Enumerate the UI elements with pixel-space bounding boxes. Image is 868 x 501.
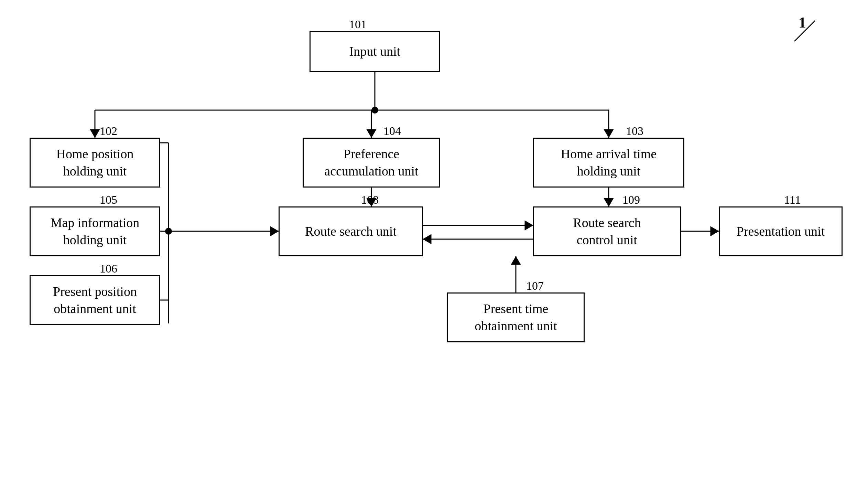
arrows-svg: [0, 0, 868, 501]
diagram: 1 Input unit 101 Home positionholding un…: [0, 0, 868, 501]
svg-marker-5: [90, 129, 100, 138]
svg-marker-8: [367, 129, 376, 138]
svg-marker-26: [423, 234, 431, 244]
svg-marker-28: [710, 226, 719, 236]
svg-marker-21: [270, 226, 279, 236]
svg-marker-30: [511, 256, 521, 265]
svg-marker-24: [525, 221, 533, 230]
svg-marker-11: [604, 129, 614, 138]
svg-marker-15: [604, 198, 614, 206]
svg-marker-13: [367, 198, 376, 206]
